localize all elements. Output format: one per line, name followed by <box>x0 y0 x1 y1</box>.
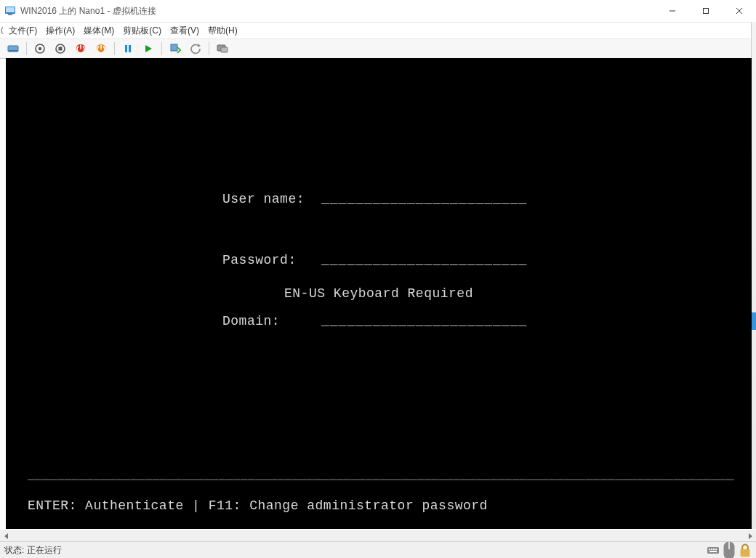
window-controls <box>656 0 756 22</box>
status-bar: 状态: 正在运行 <box>0 541 756 558</box>
start-button[interactable] <box>31 40 49 57</box>
shutdown-button[interactable] <box>72 40 89 57</box>
keyboard-icon <box>707 543 720 557</box>
minimize-button[interactable] <box>656 0 689 22</box>
window-title: WIN2016 上的 Nano1 - 虚拟机连接 <box>20 0 156 22</box>
close-button[interactable] <box>723 0 756 22</box>
guest-display[interactable]: User name: ________________________ Pass… <box>6 58 752 529</box>
svg-rect-27 <box>713 549 715 550</box>
title-bar: WIN2016 上的 Nano1 - 虚拟机连接 <box>0 0 756 23</box>
menu-media[interactable]: 媒体(M) <box>79 23 118 39</box>
toolbar-separator <box>26 42 27 55</box>
background-accent <box>752 312 756 330</box>
svg-marker-23 <box>749 533 752 539</box>
svg-rect-8 <box>9 50 17 52</box>
pause-button[interactable] <box>119 40 137 57</box>
enhanced-session-button[interactable] <box>214 40 231 57</box>
scroll-left-arrow[interactable] <box>0 530 12 542</box>
password-row: Password: ________________________ <box>222 250 527 270</box>
password-field[interactable]: ________________________ <box>321 250 527 270</box>
domain-row: Domain: ________________________ <box>222 311 527 331</box>
scroll-right-arrow[interactable] <box>744 530 756 542</box>
svg-rect-25 <box>709 549 710 550</box>
svg-rect-21 <box>221 47 228 52</box>
help-line: ENTER: Authenticate | F11: Change admini… <box>28 498 488 513</box>
toolbar-separator <box>114 42 115 55</box>
domain-field[interactable]: ________________________ <box>321 311 527 331</box>
toolbar <box>0 39 756 59</box>
maximize-button[interactable] <box>689 0 723 22</box>
save-button[interactable] <box>92 40 110 57</box>
toolbar-separator <box>209 42 209 55</box>
svg-rect-16 <box>129 45 131 52</box>
username-field[interactable]: ________________________ <box>321 189 527 209</box>
svg-rect-12 <box>59 47 63 51</box>
status-icons <box>707 543 756 557</box>
password-label: Password: <box>222 250 320 270</box>
svg-rect-28 <box>715 549 717 550</box>
separator-line: ────────────────────────────────────────… <box>28 474 734 487</box>
keyboard-notice: EN-US Keyboard Required <box>6 286 752 301</box>
checkpoint-button[interactable] <box>166 40 184 57</box>
username-label: User name: <box>222 189 320 209</box>
background-edge <box>751 22 756 529</box>
svg-rect-31 <box>741 549 750 557</box>
svg-rect-1 <box>6 7 15 12</box>
background-fragment: ( <box>0 22 4 38</box>
mouse-icon <box>723 543 736 557</box>
svg-marker-22 <box>4 533 8 539</box>
app-icon <box>4 5 16 17</box>
menu-action[interactable]: 操作(A) <box>41 23 79 39</box>
username-row: User name: ________________________ <box>222 189 527 209</box>
menu-bar: 文件(F) 操作(A) 媒体(M) 剪贴板(C) 查看(V) 帮助(H) <box>0 23 756 39</box>
svg-rect-18 <box>171 44 177 51</box>
menu-file[interactable]: 文件(F) <box>4 23 41 39</box>
svg-rect-2 <box>8 14 12 15</box>
console-screen[interactable]: User name: ________________________ Pass… <box>6 58 752 529</box>
svg-point-10 <box>39 47 41 50</box>
menu-view[interactable]: 查看(V) <box>166 23 204 39</box>
menu-help[interactable]: 帮助(H) <box>204 23 242 39</box>
svg-rect-24 <box>707 547 719 554</box>
svg-rect-4 <box>704 9 709 14</box>
svg-rect-29 <box>709 551 717 552</box>
revert-button[interactable] <box>187 40 204 57</box>
svg-marker-19 <box>198 44 201 47</box>
toolbar-separator <box>161 42 162 55</box>
ctrl-alt-del-button[interactable] <box>4 40 22 57</box>
status-text: 状态: 正在运行 <box>4 544 62 557</box>
login-form: User name: ________________________ Pass… <box>222 148 527 372</box>
svg-rect-15 <box>125 45 127 52</box>
lock-icon <box>739 543 752 557</box>
resume-button[interactable] <box>140 40 157 57</box>
svg-rect-26 <box>711 549 712 550</box>
domain-label: Domain: <box>222 311 320 331</box>
stop-button[interactable] <box>52 40 69 57</box>
scrollbar-track[interactable] <box>12 530 744 542</box>
horizontal-scrollbar[interactable] <box>0 530 756 542</box>
menu-clipboard[interactable]: 剪贴板(C) <box>118 23 166 39</box>
svg-marker-17 <box>145 45 152 52</box>
